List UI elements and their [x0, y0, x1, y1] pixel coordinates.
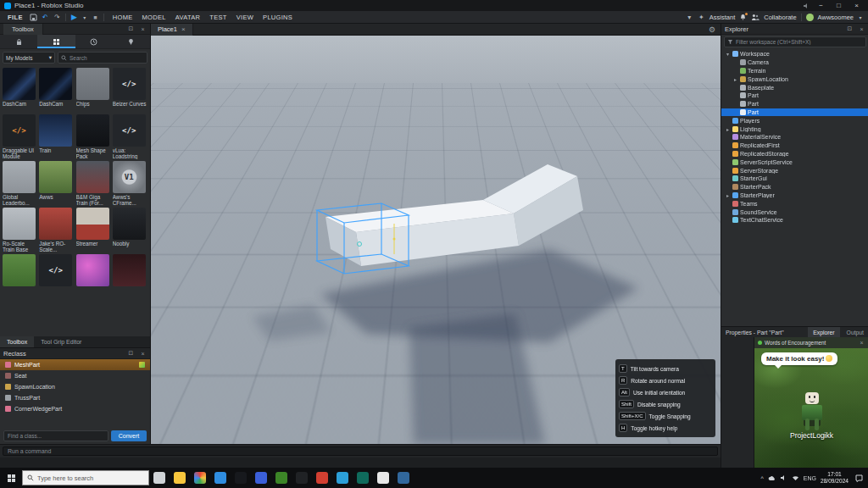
toolbox-item[interactable]: Mesh Shape Pack: [76, 114, 111, 159]
explorer-node-materialservice[interactable]: MaterialService: [721, 133, 868, 141]
explorer-node-textchatservice[interactable]: TextChatService: [721, 216, 868, 225]
explorer-node-soundservice[interactable]: SoundService: [721, 208, 868, 216]
menu-tab-model[interactable]: MODEL: [138, 14, 170, 21]
tab-recent[interactable]: [75, 35, 113, 48]
action-center-icon[interactable]: [853, 472, 865, 484]
toolbox-item[interactable]: </>: [39, 254, 74, 299]
properties-collapsed-tab[interactable]: Properties - Part "Part": [726, 330, 784, 336]
explorer-node-lighting[interactable]: ▸Lighting: [721, 125, 868, 133]
toolbox-item[interactable]: Noobly: [113, 208, 147, 252]
float-window-icon[interactable]: ⊡: [127, 25, 135, 32]
toolbox-item[interactable]: Awws: [39, 161, 74, 206]
menu-tab-view[interactable]: VIEW: [232, 14, 258, 21]
explorer-node-part[interactable]: Part: [721, 92, 868, 100]
tree-collapsed-arrow-icon[interactable]: ▸: [732, 76, 738, 82]
undo-icon[interactable]: ↶: [42, 14, 49, 21]
reclass-option-seat[interactable]: Seat: [0, 370, 150, 381]
toolbox-item[interactable]: B&M Giga Train (For...: [76, 161, 111, 206]
save-icon[interactable]: [30, 14, 37, 21]
redo-icon[interactable]: ↷: [53, 14, 61, 21]
menu-tab-plugins[interactable]: PLUGINS: [259, 14, 297, 21]
taskbar-app-icon[interactable]: [312, 468, 332, 488]
tree-collapsed-arrow-icon[interactable]: ▸: [725, 192, 731, 198]
tab-toolbox[interactable]: Toolbox: [0, 336, 34, 347]
tab-marketplace[interactable]: [37, 35, 75, 48]
explorer-node-workspace[interactable]: ▾Workspace: [721, 50, 868, 58]
toolbox-panel-tab[interactable]: Toolbox: [3, 24, 43, 35]
menu-tab-home[interactable]: HOME: [108, 14, 137, 21]
toolbox-item[interactable]: Jake's RO-Scale...: [39, 208, 74, 252]
toolbox-item[interactable]: V1Awws's CFrame...: [113, 161, 147, 206]
tray-expand-icon[interactable]: ^: [761, 475, 764, 481]
explorer-node-starterplayer[interactable]: ▸StarterPlayer: [721, 191, 868, 200]
explorer-filter[interactable]: [724, 36, 866, 47]
network-wifi-icon[interactable]: [792, 474, 799, 482]
close-button[interactable]: ×: [849, 2, 864, 9]
volume-icon[interactable]: [803, 3, 810, 9]
file-menu[interactable]: FILE: [5, 14, 25, 21]
command-input[interactable]: [3, 446, 718, 456]
toolbox-item[interactable]: </>Beizer Curves: [113, 68, 147, 113]
notifications-bell-icon[interactable]: [739, 14, 747, 21]
minimize-button[interactable]: −: [814, 2, 828, 9]
play-mode-dropdown-icon[interactable]: ▾: [82, 14, 87, 20]
taskbar-search[interactable]: [22, 470, 149, 485]
tree-collapsed-arrow-icon[interactable]: ▸: [725, 126, 731, 132]
taskbar-app-icon[interactable]: [292, 468, 312, 488]
toolbox-item[interactable]: Ro-Scale Train Base: [3, 208, 37, 252]
3d-viewport[interactable]: TTilt towards cameraRRotate around norma…: [151, 36, 721, 444]
toolbox-item[interactable]: Streamer: [76, 208, 111, 252]
model-source-dropdown[interactable]: My Models ▾: [3, 52, 55, 64]
explorer-node-replicatedfirst[interactable]: ReplicatedFirst: [721, 141, 868, 150]
taskbar-app-icon[interactable]: [210, 468, 231, 488]
toolbox-item[interactable]: Chips: [76, 68, 111, 113]
taskbar-app-icon[interactable]: [231, 468, 251, 488]
reclass-option-trusspart[interactable]: TrussPart: [0, 392, 150, 403]
start-button[interactable]: [0, 468, 22, 488]
tab-creations[interactable]: [113, 35, 150, 48]
toolbox-search-input[interactable]: [70, 55, 144, 61]
reclass-option-cornerwedgepart[interactable]: CornerWedgePart: [0, 403, 150, 414]
collapse-ribbon-icon[interactable]: ▾: [686, 14, 693, 21]
convert-button[interactable]: Convert: [111, 430, 147, 441]
taskbar-app-icon[interactable]: [170, 468, 190, 488]
cloud-icon[interactable]: [768, 474, 776, 482]
reclass-option-meshpart[interactable]: MeshPart: [0, 359, 150, 370]
toolbox-item[interactable]: Train: [39, 114, 74, 159]
play-button[interactable]: ▶: [70, 13, 78, 21]
explorer-node-replicatedstorage[interactable]: ReplicatedStorage: [721, 150, 868, 158]
collaborate-button[interactable]: Collaborate: [764, 14, 796, 21]
explorer-filter-input[interactable]: [736, 39, 863, 45]
toolbox-item[interactable]: DashCam: [3, 68, 37, 113]
explorer-node-spawnlocation[interactable]: ▸SpawnLocation: [721, 75, 868, 83]
explorer-node-part[interactable]: Part: [721, 100, 868, 108]
explorer-node-players[interactable]: Players: [721, 116, 868, 125]
close-icon[interactable]: ×: [858, 340, 865, 346]
explorer-node-terrain[interactable]: Terrain: [721, 67, 868, 75]
stop-icon[interactable]: ■: [92, 14, 99, 20]
taskbar-clock[interactable]: 17:01 28/09/2024: [821, 471, 849, 485]
taskbar-app-icon[interactable]: [190, 468, 210, 488]
close-icon[interactable]: ×: [139, 351, 147, 357]
viewport-tab-place1[interactable]: Place1 ×: [151, 24, 193, 36]
toolbox-item[interactable]: [113, 254, 147, 299]
taskbar-app-icon[interactable]: [393, 468, 414, 488]
taskbar-app-icon[interactable]: [373, 468, 393, 488]
gear-icon[interactable]: ⚙: [709, 25, 715, 34]
explorer-node-serverstorage[interactable]: ServerStorage: [721, 166, 868, 175]
volume-icon[interactable]: [780, 474, 787, 482]
explorer-node-part[interactable]: Part: [721, 108, 868, 117]
find-class-input[interactable]: [3, 430, 108, 441]
explorer-node-camera[interactable]: Camera: [721, 58, 868, 67]
float-window-icon[interactable]: ⊡: [846, 25, 854, 32]
menu-tab-test[interactable]: TEST: [205, 14, 231, 21]
taskbar-app-icon[interactable]: [271, 468, 292, 488]
toolbox-item[interactable]: [3, 254, 37, 299]
taskbar-app-icon[interactable]: [251, 468, 271, 488]
language-indicator[interactable]: ENG: [804, 475, 816, 481]
toolbox-item[interactable]: </>Draggable UI Module: [3, 114, 37, 159]
explorer-node-startergui[interactable]: StarterGui: [721, 175, 868, 183]
reclass-option-spawnlocation[interactable]: SpawnLocation: [0, 381, 150, 392]
maximize-button[interactable]: □: [832, 2, 846, 9]
user-avatar[interactable]: [806, 14, 814, 21]
